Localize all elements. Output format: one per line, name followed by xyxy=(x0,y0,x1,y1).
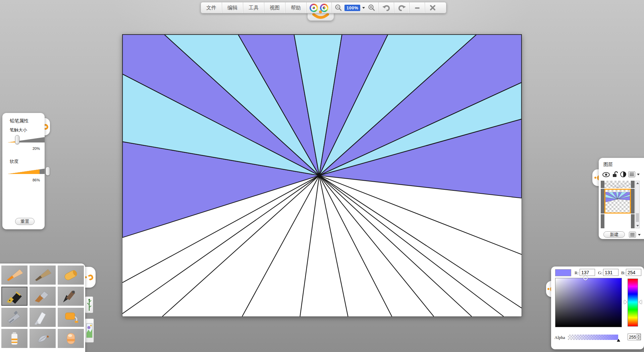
handle-dot-icon xyxy=(594,177,596,179)
menu-bar: 文件编辑工具视图帮助 xyxy=(201,2,307,13)
reference-image-button[interactable] xyxy=(85,318,94,343)
tool-airbrush[interactable] xyxy=(1,308,28,327)
zoom-dropdown-arrow[interactable] xyxy=(362,7,365,9)
thumb-letterbox xyxy=(631,181,635,188)
pencil-icon xyxy=(5,268,24,283)
menu-item-0[interactable]: 文件 xyxy=(201,2,222,13)
tool-flat-brush[interactable] xyxy=(30,287,56,306)
layer-menu-arrow[interactable] xyxy=(637,174,640,175)
tool-charcoal-pencil[interactable] xyxy=(30,266,56,285)
layers-panel-title: 图层 xyxy=(603,162,613,168)
layer-row-lineart[interactable] xyxy=(601,181,635,188)
handle-crescent-icon xyxy=(87,274,94,281)
sv-cursor[interactable] xyxy=(583,276,588,280)
green-label: G: xyxy=(598,270,602,276)
eraser-icon xyxy=(61,331,80,346)
alpha-spin-up[interactable] xyxy=(637,334,641,337)
alpha-thumb[interactable] xyxy=(617,339,620,342)
reset-button[interactable]: 重置 xyxy=(15,218,35,225)
alpha-input[interactable] xyxy=(628,335,636,340)
hue-bar[interactable] xyxy=(628,279,638,327)
current-color-swatch xyxy=(555,269,571,276)
zoom-out-icon[interactable] xyxy=(334,4,342,12)
layer-list-menu-button[interactable] xyxy=(629,232,636,238)
tool-palette xyxy=(0,263,85,352)
alpha-label: Alpha xyxy=(554,335,565,340)
tool-paint-roller[interactable] xyxy=(58,308,84,327)
pastel-icon xyxy=(61,268,80,283)
redo-button[interactable] xyxy=(394,2,410,13)
clown-nose-icon xyxy=(319,10,322,13)
softness-thumb[interactable] xyxy=(46,167,50,176)
zoom-level-value[interactable]: 100% xyxy=(344,5,360,11)
red-input[interactable] xyxy=(580,269,595,276)
airbrush-icon xyxy=(5,310,24,325)
canvas[interactable] xyxy=(122,34,522,317)
minimize-button[interactable] xyxy=(410,2,425,13)
green-input[interactable] xyxy=(603,269,619,276)
zoom-in-icon[interactable] xyxy=(368,4,376,12)
fountain-pen-icon xyxy=(5,289,24,304)
alpha-gradient xyxy=(568,335,618,340)
ink-brush-icon xyxy=(61,289,80,304)
saturation-value-square[interactable] xyxy=(555,278,622,327)
handle-dot-icon xyxy=(547,288,549,290)
layer-list xyxy=(601,181,635,228)
layer-blend-menu-button[interactable] xyxy=(628,171,635,177)
tool-ink-brush[interactable] xyxy=(58,287,84,306)
tool-metal-nib[interactable] xyxy=(30,329,56,348)
charcoal-pencil-icon xyxy=(33,268,52,283)
alpha-value-box xyxy=(628,334,641,340)
menu-item-1[interactable]: 编辑 xyxy=(222,2,243,13)
layers-panel: 图层 xyxy=(599,158,644,239)
menu-item-3[interactable]: 视图 xyxy=(264,2,285,13)
softness-value: 86% xyxy=(33,178,40,182)
tool-fountain-pen[interactable] xyxy=(1,287,28,306)
scroll-up-button[interactable] xyxy=(636,181,639,185)
new-layer-button[interactable]: 新建 xyxy=(603,231,625,238)
clown-smile-icon xyxy=(312,13,329,20)
scroll-down-button[interactable] xyxy=(636,224,639,228)
menu-item-2[interactable]: 工具 xyxy=(243,2,264,13)
tool-paint-tube[interactable] xyxy=(1,329,28,348)
brush-size-slider[interactable] xyxy=(8,137,45,142)
layer-opacity-icon[interactable] xyxy=(620,171,626,177)
close-button[interactable] xyxy=(425,2,440,13)
palette-knife-icon xyxy=(33,310,52,325)
hue-marker-left[interactable] xyxy=(624,300,627,304)
softness-label: 软度 xyxy=(10,159,18,165)
thumb-letterbox xyxy=(631,214,635,228)
layer-visibility-eye-icon[interactable] xyxy=(602,172,610,178)
pencil-properties-panel: 铅笔属性 笔触大小 20% 软度 86% 重置 xyxy=(2,113,45,229)
picture-icon xyxy=(86,321,93,340)
starburst-drawing xyxy=(122,35,522,316)
flat-brush-icon xyxy=(33,289,52,304)
layer-row-color-selected[interactable] xyxy=(601,189,635,214)
selected-layer-frame xyxy=(604,189,631,214)
brush-size-thumb[interactable] xyxy=(15,135,19,144)
softness-fill xyxy=(8,169,40,174)
scroll-thumb[interactable] xyxy=(636,213,639,222)
layer-lock-icon[interactable] xyxy=(612,171,618,178)
undo-button[interactable] xyxy=(379,2,394,13)
reference-plant-button[interactable] xyxy=(85,296,93,313)
tool-eraser[interactable] xyxy=(58,329,84,348)
main-toolbar: 文件编辑工具视图帮助 100% xyxy=(201,2,446,13)
tool-grid xyxy=(1,266,83,348)
layer-color-thumbnail xyxy=(605,192,630,206)
blue-input[interactable] xyxy=(626,269,641,276)
layer-list-scrollbar[interactable] xyxy=(635,181,640,228)
layer-row-background[interactable] xyxy=(601,214,635,228)
alpha-slider[interactable] xyxy=(568,335,618,340)
alpha-spin-down[interactable] xyxy=(637,337,641,340)
tool-palette-knife[interactable] xyxy=(30,308,56,327)
hue-marker-right[interactable] xyxy=(639,300,642,304)
paint-roller-icon xyxy=(61,310,80,325)
layer-list-menu-arrow[interactable] xyxy=(638,234,641,236)
red-label: R: xyxy=(575,270,579,276)
softness-slider[interactable] xyxy=(8,169,45,174)
clown-eye-left-icon[interactable] xyxy=(310,4,318,12)
tool-pencil[interactable] xyxy=(1,266,28,285)
menu-item-4[interactable]: 帮助 xyxy=(285,2,307,13)
tool-pastel[interactable] xyxy=(58,266,84,285)
